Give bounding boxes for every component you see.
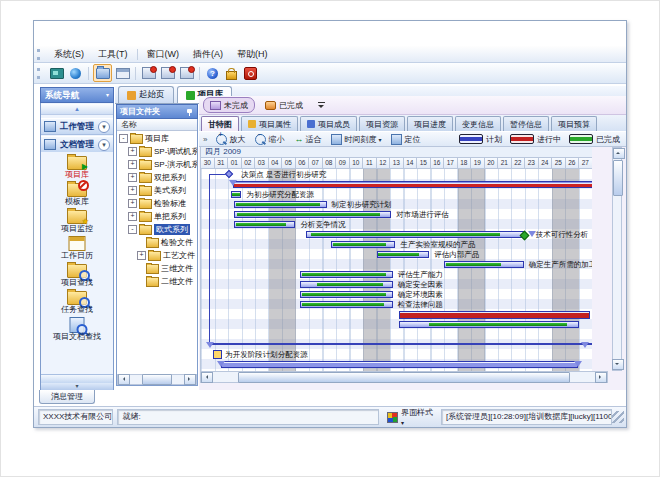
tree-expander[interactable]: +: [128, 186, 137, 195]
gantt-tab-项目资源[interactable]: 项目资源: [359, 116, 405, 131]
menu-item-4[interactable]: 插件(A): [186, 46, 230, 63]
tree-item-项目库[interactable]: -项目库: [119, 132, 169, 145]
sidebar-item-工作日历[interactable]: 工作日历: [41, 235, 113, 262]
sidebar-item-项目库[interactable]: ▶项目库: [41, 154, 113, 181]
gantt-tab-甘特图[interactable]: 甘特图: [201, 116, 239, 131]
scroll-right-button[interactable]: [595, 372, 607, 383]
gantt-bar-分析竞争情况[interactable]: [234, 221, 295, 228]
zoom-in-button[interactable]: 放大: [212, 133, 249, 146]
gantt-bar-生产实验室规模的产品[interactable]: [331, 241, 396, 248]
power-icon[interactable]: [242, 65, 259, 81]
tree-item-SP-调试机系[interactable]: +SP-调试机系: [128, 145, 197, 158]
menu-item-5[interactable]: 帮助(H): [230, 46, 275, 63]
tree-item-检验标准[interactable]: +检验标准: [128, 197, 186, 210]
help-icon[interactable]: ?: [204, 65, 221, 81]
summary-group-icon[interactable]: [213, 350, 222, 359]
sidebar-item-任务查找[interactable]: 任务查找: [41, 289, 113, 316]
sidebar-item-项目监控[interactable]: ★项目监控: [41, 208, 113, 235]
gantt-bar-评估内部产品[interactable]: [377, 251, 430, 258]
report-icon[interactable]: [159, 65, 176, 81]
message-panel-tab[interactable]: 消息管理: [39, 390, 95, 404]
sidebar-item-项目文档查找[interactable]: 项目文档查找: [41, 316, 113, 343]
style-button[interactable]: 界面样式 ▾: [401, 407, 437, 427]
tree-item-三维文件[interactable]: 三维文件: [137, 262, 193, 275]
workspace-icon[interactable]: [48, 65, 65, 81]
scroll-right-button[interactable]: [184, 374, 196, 385]
gantt-bar-对市场进行评估[interactable]: [234, 211, 391, 218]
mail-icon[interactable]: [140, 65, 157, 81]
resize-grip[interactable]: [612, 411, 624, 423]
folder-view-icon[interactable]: [93, 64, 112, 82]
gantt-tab-项目进度[interactable]: 项目进度: [407, 116, 453, 131]
gantt-bar-确定安全因素[interactable]: [300, 281, 393, 288]
tree-item-工艺文件[interactable]: +工艺文件: [137, 249, 195, 262]
pin-icon[interactable]: [186, 108, 194, 116]
fit-button[interactable]: ↔适合: [290, 133, 325, 146]
sidebar-section-1[interactable]: 工作管理▾: [41, 118, 113, 135]
gantt-tab-暂停信息[interactable]: 暂停信息: [503, 116, 549, 131]
sidebar-section-2[interactable]: 文档管理▾: [41, 136, 113, 153]
sidebar-collapse-strip[interactable]: ▴: [41, 104, 113, 115]
tree-item-检验文件[interactable]: 检验文件: [137, 236, 193, 249]
sidebar-header-button[interactable]: ▾: [106, 87, 109, 103]
tree-expander[interactable]: -: [128, 225, 137, 234]
gantt-bar-确定生产所需的加工[interactable]: [444, 261, 524, 268]
scroll-left-button[interactable]: [201, 372, 213, 383]
tree-item-美式系列[interactable]: +美式系列: [128, 184, 186, 197]
menu-item-2[interactable]: 工具(T): [91, 46, 135, 63]
zoom-out-button[interactable]: 缩小: [251, 133, 288, 146]
sidebar-bottom-chevron[interactable]: ▾: [41, 383, 113, 390]
timescale-button[interactable]: 时间刻度▾: [327, 133, 385, 146]
tree-expander[interactable]: +: [128, 199, 137, 208]
toolbar-drag-handle[interactable]: [37, 68, 43, 79]
menu-item-1[interactable]: 系统(S): [47, 46, 91, 63]
tree-expander[interactable]: +: [128, 147, 137, 156]
tree-item-欧式系列[interactable]: -欧式系列: [128, 223, 190, 236]
toolbar-overflow-chevron[interactable]: »: [199, 135, 211, 144]
gantt-bar-span_bar[interactable]: [221, 361, 577, 368]
tree-horizontal-scrollbar[interactable]: [117, 374, 197, 385]
scroll-thumb[interactable]: [238, 372, 570, 383]
gantt-horizontal-scrollbar[interactable]: [200, 371, 608, 383]
layout-icon[interactable]: [114, 65, 131, 81]
menu-item-3[interactable]: 窗口(W): [140, 46, 187, 63]
scroll-thumb[interactable]: [613, 160, 623, 196]
gantt-bar-制定初步研究计划[interactable]: [234, 201, 326, 208]
scroll-thumb[interactable]: [142, 374, 172, 385]
gantt-bar-确定环境因素[interactable]: [300, 291, 393, 298]
more-filters-icon[interactable]: [317, 101, 326, 110]
gantt-bar-技术可行性分析[interactable]: [306, 231, 523, 238]
tree-item-SP-演示机系[interactable]: +SP-演示机系: [128, 158, 197, 171]
sidebar-item-项目查找[interactable]: 项目查找: [41, 262, 113, 289]
tree-expander[interactable]: +: [137, 251, 146, 260]
gantt-vertical-scrollbar[interactable]: [612, 147, 622, 371]
scroll-left-button[interactable]: [118, 374, 130, 385]
chart-icon[interactable]: [178, 65, 195, 81]
sidebar-item-模板库[interactable]: 模板库: [41, 181, 113, 208]
gantt-tab-变更信息[interactable]: 变更信息: [455, 116, 501, 131]
gantt-bar-为初步研究分配资源[interactable]: [231, 191, 242, 198]
filter-已完成[interactable]: 已完成: [259, 98, 309, 112]
tree-item-单把系列[interactable]: +单把系列: [128, 210, 186, 223]
gantt-summary-line[interactable]: [209, 343, 592, 345]
tree-item-二维文件[interactable]: 二维文件: [137, 275, 193, 288]
gantt-bar-bar_red[interactable]: [399, 311, 589, 319]
tree-item-双把系列[interactable]: +双把系列: [128, 171, 186, 184]
tree-expander[interactable]: +: [128, 173, 137, 182]
menubar-drag-handle[interactable]: [37, 49, 43, 60]
gantt-tab-项目属性[interactable]: 项目属性: [241, 116, 298, 131]
gantt-bar-task[interactable]: [399, 321, 579, 328]
gantt-bar-sum_red[interactable]: [233, 181, 592, 188]
gantt-tab-项目成员[interactable]: 项目成员: [300, 116, 357, 131]
gantt-bar-评估生产能力[interactable]: [300, 271, 393, 278]
tree-expander[interactable]: -: [119, 134, 128, 143]
section-chevron-icon[interactable]: ▾: [98, 139, 110, 151]
tab-起始页[interactable]: 起始页: [118, 86, 174, 103]
gantt-tab-项目预算[interactable]: 项目预算: [551, 116, 597, 131]
section-chevron-icon[interactable]: ▾: [98, 121, 110, 133]
globe-icon[interactable]: [67, 65, 84, 81]
scroll-down-button[interactable]: [612, 359, 624, 370]
filter-未完成[interactable]: 未完成: [203, 97, 255, 113]
sidebar-bottom-section[interactable]: [41, 374, 113, 383]
gantt-chart-canvas[interactable]: 决策点 是否进行初步研究为初步研究分配资源制定初步研究计划对市场进行评估分析竞争…: [200, 169, 592, 371]
